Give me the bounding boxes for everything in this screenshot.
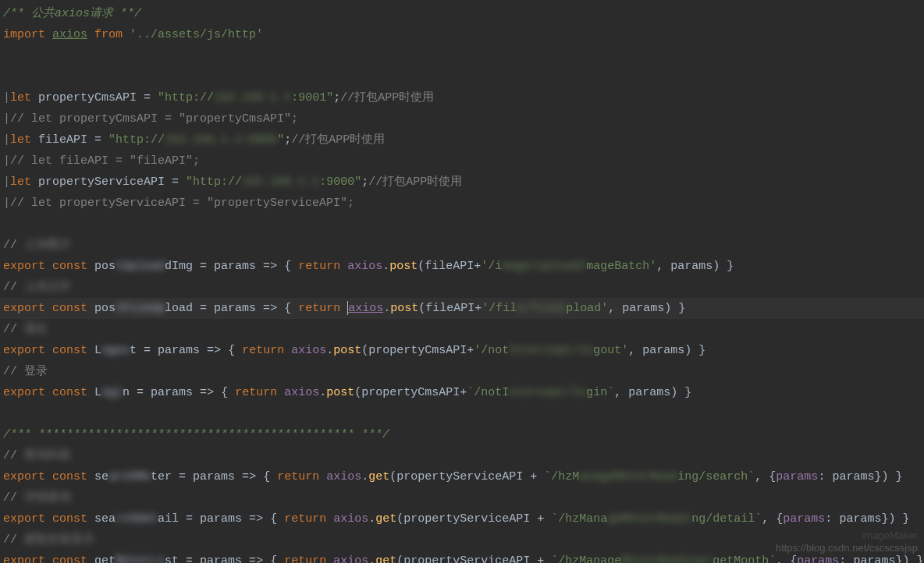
code-line[interactable]: export const Logout = params => { return… — [3, 340, 924, 361]
code-line[interactable]: // 登录 — [3, 361, 924, 382]
code-line[interactable]: |let propertyServiceAPI = "http://192.16… — [3, 172, 924, 193]
code-line[interactable]: // 退出 — [3, 319, 924, 340]
watermark: https://blog.csdn.net/cscscssjsp — [776, 537, 918, 558]
code-line[interactable] — [3, 403, 924, 424]
code-line[interactable]: |// let fileAPI = "fileAPI"; — [3, 150, 924, 172]
code-line[interactable]: |let fileAPI = "http://192.168.1.1:8080"… — [3, 129, 924, 150]
code-line[interactable]: // 查询列表 — [3, 445, 924, 466]
code-editor[interactable]: /** 公共axios请求 **/import axios from '../a… — [0, 0, 924, 563]
code-line[interactable]: /** 公共axios请求 **/ — [3, 3, 924, 24]
code-line[interactable]: export const postUploaddImg = params => … — [3, 256, 924, 277]
code-line[interactable]: export const searchDetail = params => { … — [3, 508, 924, 529]
code-line[interactable]: |// let propertyCmsAPI = "propertyCmsAPI… — [3, 108, 924, 129]
code-line[interactable]: // 详情查询 — [3, 487, 924, 508]
code-line[interactable]: // 上传图片 — [3, 235, 924, 256]
code-line[interactable]: |// let propertyServiceAPI = "propertySe… — [3, 193, 924, 214]
code-line[interactable]: /*** ***********************************… — [3, 424, 924, 445]
code-line[interactable] — [3, 66, 924, 87]
code-line[interactable]: // 上传文件 — [3, 277, 924, 298]
code-line[interactable] — [3, 214, 924, 235]
code-line[interactable]: import axios from '../assets/js/http' — [3, 24, 924, 45]
code-line[interactable]: export const searchMeter = params => { r… — [3, 466, 924, 487]
code-line[interactable]: export const Login = params => { return … — [3, 382, 924, 403]
code-line[interactable] — [3, 45, 924, 66]
code-line[interactable]: |let propertyCmsAPI = "http://192.168.1.… — [3, 87, 924, 108]
